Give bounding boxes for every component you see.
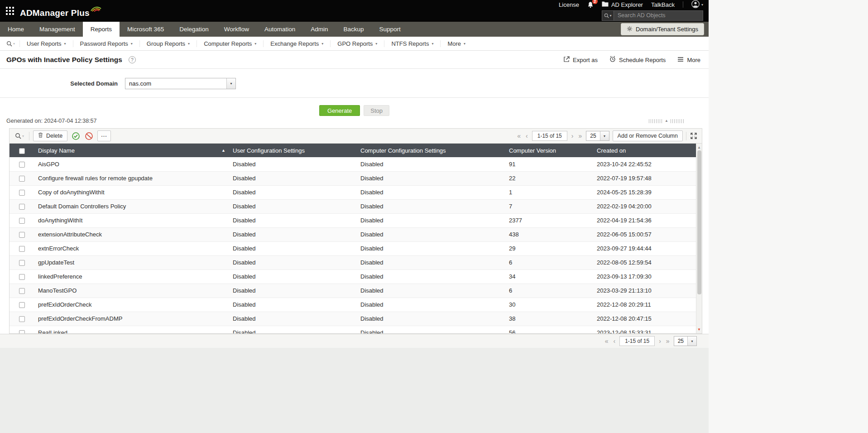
row-checkbox[interactable]	[19, 246, 25, 252]
row-checkbox[interactable]	[19, 260, 25, 266]
chevron-down-icon: ▾	[321, 40, 323, 47]
cell-computer-version: 22	[505, 171, 593, 185]
prev-page-icon[interactable]: ‹	[525, 131, 529, 140]
col-computer-version[interactable]: Computer Version	[505, 144, 593, 157]
table-row: gpUpdateTest Disabled Disabled 6 2022-08…	[10, 255, 696, 269]
tab-admin[interactable]: Admin	[303, 22, 336, 37]
col-computer-config[interactable]: Computer Configuration Settings	[357, 144, 505, 157]
col-display-name[interactable]: Display Name▲	[34, 144, 229, 157]
more-menu-button[interactable]: More	[677, 57, 700, 63]
col-user-config[interactable]: User Configuration Settings	[229, 144, 357, 157]
cell-created-on: 2023-09-13 17:09:30	[593, 269, 696, 284]
domain-tenant-settings-button[interactable]: Domain/Tenant Settings	[621, 23, 704, 35]
row-checkbox[interactable]	[19, 232, 25, 238]
notifications-bell-icon[interactable]: 2	[587, 1, 594, 8]
tab-support[interactable]: Support	[372, 22, 408, 37]
domain-select-value: nas.com	[125, 78, 226, 89]
tab-automation[interactable]: Automation	[257, 22, 303, 37]
tab-backup[interactable]: Backup	[336, 22, 372, 37]
last-page-icon[interactable]: »	[577, 131, 583, 140]
chevron-down-icon: ▾	[131, 40, 133, 47]
menu-gpo-reports[interactable]: GPO Reports▾	[330, 40, 384, 47]
row-checkbox[interactable]	[19, 176, 25, 182]
ad-explorer-link[interactable]: AD Explorer	[602, 1, 643, 8]
tab-home[interactable]: Home	[0, 22, 32, 37]
cell-computer-config: Disabled	[357, 157, 505, 171]
talkback-link[interactable]: TalkBack	[651, 1, 675, 8]
notification-count-badge: 2	[592, 0, 598, 4]
main-nav: Home Management Reports Microsoft 365 De…	[0, 22, 709, 37]
export-as-button[interactable]: Export as	[563, 56, 598, 64]
delete-button[interactable]: Delete	[33, 130, 67, 141]
row-checkbox[interactable]	[19, 218, 25, 224]
next-page-icon[interactable]: ›	[658, 337, 662, 346]
menu-user-reports[interactable]: User Reports▾	[19, 40, 73, 47]
chevron-down-icon: ▾	[687, 337, 696, 346]
scrollbar-thumb[interactable]	[697, 150, 701, 294]
cell-computer-version: 6	[505, 284, 593, 298]
cell-display-name: prefExIdOrderCheck	[34, 298, 229, 312]
apps-grid-icon[interactable]	[5, 6, 14, 15]
search-scope-dropdown[interactable]: ▾	[602, 11, 614, 20]
tab-management[interactable]: Management	[32, 22, 83, 37]
prev-page-icon[interactable]: ‹	[612, 337, 616, 346]
scroll-up-icon[interactable]: ▲	[697, 144, 701, 150]
col-created-on[interactable]: Created on	[593, 144, 696, 157]
cell-user-config: Disabled	[229, 312, 357, 326]
fullscreen-icon[interactable]	[690, 133, 698, 139]
generate-button[interactable]: Generate	[319, 105, 360, 116]
table-search-icon[interactable]: ▾	[14, 133, 25, 139]
row-checkbox[interactable]	[19, 204, 25, 210]
cell-user-config: Disabled	[229, 269, 357, 284]
first-page-icon[interactable]: «	[516, 131, 522, 140]
last-page-icon[interactable]: »	[665, 337, 671, 346]
domain-select[interactable]: nas.com ▾	[125, 78, 236, 89]
cell-display-name: Copy of doAnythingWithIt	[34, 185, 229, 199]
gpo-table: Display Name▲ User Configuration Setting…	[10, 144, 696, 333]
add-remove-column-button[interactable]: Add or Remove Column	[613, 130, 683, 141]
scroll-down-icon[interactable]: ▼	[697, 327, 701, 333]
menu-computer-reports[interactable]: Computer Reports▾	[197, 40, 263, 47]
cell-created-on: 2023-09-27 19:44:44	[593, 241, 696, 255]
row-checkbox[interactable]	[19, 302, 25, 308]
more-actions-button[interactable]: ⋯	[97, 130, 111, 141]
user-menu[interactable]: ▾	[691, 0, 703, 10]
cell-user-config: Disabled	[229, 284, 357, 298]
menu-ntfs-reports[interactable]: NTFS Reports▾	[384, 40, 440, 47]
schedule-reports-button[interactable]: Schedule Reports	[609, 56, 666, 64]
menu-password-reports[interactable]: Password Reports▾	[73, 40, 139, 47]
enable-gpo-icon[interactable]	[71, 132, 81, 140]
first-page-icon[interactable]: «	[604, 337, 609, 346]
select-all-checkbox[interactable]	[19, 148, 25, 154]
disable-gpo-icon[interactable]	[84, 132, 94, 140]
next-page-icon[interactable]: ›	[571, 131, 575, 140]
menu-exchange-reports[interactable]: Exchange Reports▾	[263, 40, 330, 47]
tab-workflow[interactable]: Workflow	[216, 22, 257, 37]
tab-delegation[interactable]: Delegation	[172, 22, 216, 37]
logo-swoosh-icon	[91, 4, 101, 14]
row-checkbox[interactable]	[19, 316, 25, 322]
tab-reports[interactable]: Reports	[83, 22, 120, 37]
chevron-down-icon: ▾	[464, 40, 465, 47]
stop-button[interactable]: Stop	[364, 105, 389, 116]
row-checkbox[interactable]	[19, 330, 25, 333]
page-size-select[interactable]: 25 ▾	[674, 336, 697, 346]
help-icon[interactable]: ?	[129, 56, 136, 63]
row-checkbox[interactable]	[19, 162, 25, 168]
license-link[interactable]: License	[559, 1, 579, 8]
scroll-ruler-widget[interactable]: ▲	[649, 119, 684, 123]
search-input[interactable]	[614, 11, 703, 20]
report-search-icon[interactable]: ▾	[2, 41, 19, 47]
row-checkbox[interactable]	[19, 288, 25, 294]
menu-group-reports[interactable]: Group Reports▾	[139, 40, 197, 47]
scroll-top-icon: ▲	[665, 119, 668, 123]
cell-computer-config: Disabled	[357, 227, 505, 241]
row-checkbox[interactable]	[19, 190, 25, 196]
row-checkbox[interactable]	[19, 274, 25, 280]
menu-more-reports[interactable]: More▾	[440, 40, 472, 47]
cell-created-on: 2023-12-08 15:33:31	[593, 326, 696, 333]
page-size-select[interactable]: 25 ▾	[586, 131, 609, 141]
table-row: Copy of doAnythingWithIt Disabled Disabl…	[10, 185, 696, 199]
app-logo[interactable]: ADManager Plus	[20, 4, 101, 18]
tab-microsoft-365[interactable]: Microsoft 365	[120, 22, 172, 37]
